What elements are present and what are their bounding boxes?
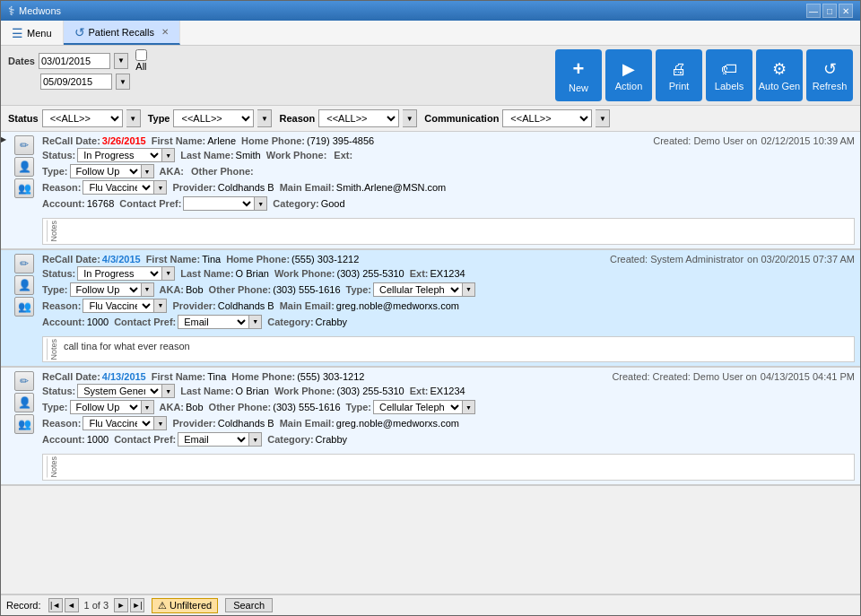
aka-2: Bob <box>186 284 204 295</box>
status-field-dropdown-1[interactable]: ▼ <box>162 148 175 162</box>
created-by-1: Created: Demo User on <box>653 135 757 146</box>
minimize-button[interactable]: — <box>806 4 821 18</box>
row-icons-3: ✏ 👤 👥 <box>12 368 37 484</box>
user-icon-2[interactable]: 👤 <box>14 275 34 295</box>
nav-next-button[interactable]: ► <box>114 598 128 612</box>
type-field-dropdown-2[interactable]: ▼ <box>142 282 154 297</box>
navigation-controls: |◄ ◄ 1 of 3 ► ►| <box>48 598 145 612</box>
user-icon-1[interactable]: 👤 <box>14 157 34 177</box>
reason-field-dropdown-3[interactable]: ▼ <box>154 416 167 430</box>
users-icon-2[interactable]: 👥 <box>14 297 34 317</box>
other-type-dropdown-2[interactable]: ▼ <box>463 282 475 297</box>
labels-button[interactable]: 🏷 Labels <box>706 49 752 101</box>
contact-pref-dropdown-1[interactable]: ▼ <box>255 196 267 211</box>
category-group: Category: Crabby <box>267 315 347 329</box>
contact-pref-dropdown-2[interactable]: ▼ <box>249 315 262 329</box>
type-field-3[interactable]: Follow Up <box>70 400 142 414</box>
users-icon-3[interactable]: 👥 <box>14 414 34 434</box>
type-field-dropdown-1[interactable]: ▼ <box>142 164 154 178</box>
last-name-3: O Brian <box>236 386 269 396</box>
date-dropdown-2[interactable]: ▼ <box>116 74 130 90</box>
status-label: Status <box>8 113 39 124</box>
nav-first-button[interactable]: |◄ <box>48 598 63 612</box>
search-button[interactable]: Search <box>225 598 273 612</box>
home-phone-3: (555) 303-1212 <box>297 371 364 382</box>
date-dropdown-1[interactable]: ▼ <box>114 53 128 69</box>
category-group: Category: Good <box>273 196 344 211</box>
close-button[interactable]: ✕ <box>839 4 853 18</box>
status-field-3[interactable]: System Generat <box>77 384 162 398</box>
home-phone-1: (719) 395-4856 <box>307 135 374 146</box>
notes-text-3 <box>62 456 65 478</box>
nav-last-button[interactable]: ►| <box>130 598 144 612</box>
reason-field-2[interactable]: Flu Vaccine <box>83 299 154 313</box>
menu-bar: ☰ Menu ↺ Patient Recalls ✕ <box>1 21 860 46</box>
type-select[interactable]: <<ALL>> <box>173 109 254 127</box>
action-buttons: + New ▶ Action 🖨 Print 🏷 Labels ⚙ Auto G… <box>555 49 853 101</box>
edit-icon-2[interactable]: ✏ <box>14 254 34 273</box>
last-name-1: Smith <box>236 150 261 161</box>
all-checkbox[interactable] <box>135 49 147 61</box>
contact-pref-field-3[interactable]: Email <box>178 432 249 447</box>
reason-field-dropdown-2[interactable]: ▼ <box>154 299 167 313</box>
menu-label: Menu <box>27 28 52 39</box>
status-field-dropdown-3[interactable]: ▼ <box>162 384 175 398</box>
type-field-1[interactable]: Follow Up <box>70 164 142 178</box>
contact-pref-field-2[interactable]: Email <box>178 315 249 329</box>
menu-icon: ☰ <box>12 26 23 40</box>
type-dropdown-icon[interactable]: ▼ <box>257 109 272 127</box>
nav-prev-button[interactable]: ◄ <box>65 598 79 612</box>
filter-bar: Status <<ALL>> ▼ Type <<ALL>> ▼ Reason <… <box>1 106 860 132</box>
print-button[interactable]: 🖨 Print <box>656 49 702 101</box>
refresh-button[interactable]: ↺ Refresh <box>806 49 853 101</box>
reason-field-dropdown-1[interactable]: ▼ <box>154 180 167 195</box>
maximize-button[interactable]: □ <box>822 4 837 18</box>
date-row-2: ▼ <box>8 74 147 90</box>
new-button[interactable]: + New <box>555 49 602 101</box>
contact-pref-field-1[interactable] <box>183 196 255 211</box>
status-group: Status: System Generat ▼ <box>42 384 175 398</box>
notes-label-1: Notes <box>47 221 58 242</box>
status-select[interactable]: <<ALL>> <box>42 109 123 127</box>
autogen-button[interactable]: ⚙ Auto Gen <box>756 49 803 101</box>
users-icon-1[interactable]: 👥 <box>14 178 34 198</box>
reason-dropdown-icon[interactable]: ▼ <box>403 109 417 127</box>
status-group: Status: In Progress ▼ <box>42 148 175 162</box>
other-type-field-3[interactable]: Cellular Teleph <box>373 400 463 414</box>
date-input-1[interactable] <box>39 53 110 69</box>
contact-pref-dropdown-3[interactable]: ▼ <box>249 432 262 447</box>
menu-tab[interactable]: ☰ Menu <box>1 21 64 45</box>
communication-select[interactable]: <<ALL>> <box>502 109 592 127</box>
type-field-dropdown-3[interactable]: ▼ <box>142 400 154 414</box>
main-email-group: Main Email: greg.noble@medworxs.com <box>280 416 459 430</box>
other-type-field-2[interactable]: Cellular Teleph <box>373 282 463 297</box>
row-pointer-2 <box>1 250 12 367</box>
dates-section: Dates ▼ All ▼ <box>8 49 147 90</box>
edit-icon-3[interactable]: ✏ <box>14 371 34 391</box>
first-name-group: First Name: Tina <box>152 371 227 382</box>
status-dropdown-icon[interactable]: ▼ <box>126 109 141 127</box>
tab-close-icon[interactable]: ✕ <box>161 27 169 37</box>
type-field-2[interactable]: Follow Up <box>70 282 142 297</box>
created-date-1: 02/12/2015 10:39 AM <box>761 135 855 146</box>
reason-field-3[interactable]: Flu Vaccine <box>83 416 154 430</box>
other-type-dropdown-3[interactable]: ▼ <box>463 400 475 414</box>
type-field-group: Type: Follow Up ▼ <box>42 164 154 178</box>
reason-field-1[interactable]: Flu Vaccine <box>83 180 154 195</box>
status-field-1[interactable]: In Progress <box>77 148 162 162</box>
recall-date-2: 4/3/2015 <box>102 254 141 265</box>
record-data-3: ReCall Date: 4/13/2015 First Name: Tina … <box>37 368 860 452</box>
date-input-2[interactable] <box>40 74 112 90</box>
user-icon-3[interactable]: 👤 <box>14 393 34 412</box>
status-filter: Status <<ALL>> ▼ <box>8 109 141 127</box>
patient-recalls-tab[interactable]: ↺ Patient Recalls ✕ <box>64 21 180 45</box>
communication-dropdown-icon[interactable]: ▼ <box>596 109 610 127</box>
action-button[interactable]: ▶ Action <box>605 49 652 101</box>
status-field-2[interactable]: In Progress <box>77 266 162 281</box>
contact-pref-group: Contact Pref: Email ▼ <box>114 315 262 329</box>
status-field-dropdown-2[interactable]: ▼ <box>162 266 175 281</box>
first-name-group: First Name: Arlene <box>152 135 236 146</box>
reason-select[interactable]: <<ALL>> <box>318 109 399 127</box>
created-date-2: on 03/20/2015 07:37 AM <box>747 254 855 265</box>
edit-icon-1[interactable]: ✏ <box>14 135 34 155</box>
